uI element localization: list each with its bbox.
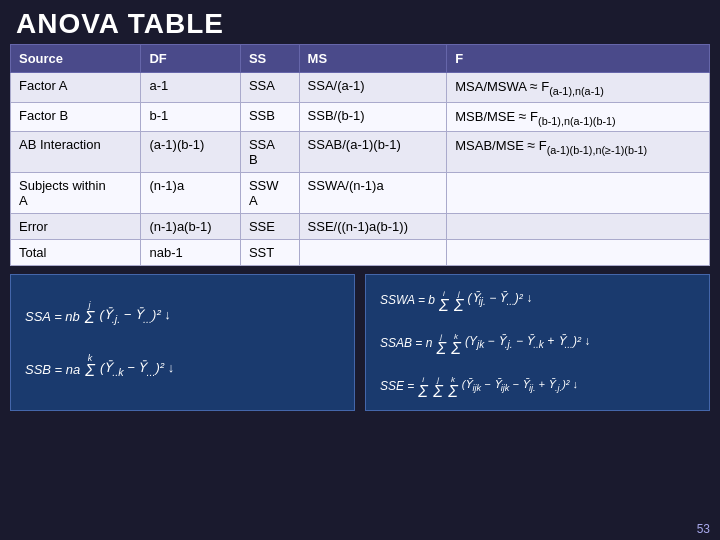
cell-df: b-1 [141, 102, 241, 132]
formula-sswa: SSWA = b i Σ j Σ (Ȳij. − Ȳ...)² ↓ SSAB =… [380, 285, 695, 400]
cell-f [447, 214, 710, 240]
cell-ms: SSB/(b-1) [299, 102, 447, 132]
cell-ss: SSB [240, 102, 299, 132]
cell-ms [299, 240, 447, 266]
formula-box-left: SSA = nb j Σ (Ȳ.j. − Ȳ...)² ↓ SSB = na k… [10, 274, 355, 411]
cell-f: MSAB/MSE ≈ F(a-1)(b-1),n(≥-1)(b-1) [447, 132, 710, 173]
cell-ss: SSAB [240, 132, 299, 173]
cell-df: nab-1 [141, 240, 241, 266]
cell-source: Factor A [11, 73, 141, 103]
table-row: Error (n-1)a(b-1) SSE SSE/((n-1)a(b-1)) [11, 214, 710, 240]
col-header-ss: SS [240, 45, 299, 73]
formula-ssa: SSA = nb j Σ (Ȳ.j. − Ȳ...)² ↓ SSB = na k… [25, 297, 340, 389]
formula-box-right: SSWA = b i Σ j Σ (Ȳij. − Ȳ...)² ↓ SSAB =… [365, 274, 710, 411]
cell-source: Subjects withinA [11, 173, 141, 214]
table-row: Factor B b-1 SSB SSB/(b-1) MSB/MSE ≈ F(b… [11, 102, 710, 132]
cell-ms: SSWA/(n-1)a [299, 173, 447, 214]
table-row: Factor A a-1 SSA SSA/(a-1) MSA/MSWA ≈ F(… [11, 73, 710, 103]
cell-ms: SSA/(a-1) [299, 73, 447, 103]
cell-source: Total [11, 240, 141, 266]
cell-source: Error [11, 214, 141, 240]
col-header-source: Source [11, 45, 141, 73]
page-title: ANOVA TABLE [0, 0, 720, 44]
cell-ss: SST [240, 240, 299, 266]
cell-ss: SSE [240, 214, 299, 240]
cell-f: MSA/MSWA ≈ F(a-1),n(a-1) [447, 73, 710, 103]
col-header-f: F [447, 45, 710, 73]
anova-table-container: Source DF SS MS F Factor A a-1 SSA SSA/(… [10, 44, 710, 266]
table-row: Total nab-1 SST [11, 240, 710, 266]
cell-ms: SSE/((n-1)a(b-1)) [299, 214, 447, 240]
page-number: 53 [697, 522, 710, 536]
cell-df: (n-1)a [141, 173, 241, 214]
table-row: AB Interaction (a-1)(b-1) SSAB SSAB/(a-1… [11, 132, 710, 173]
cell-source: AB Interaction [11, 132, 141, 173]
cell-df: a-1 [141, 73, 241, 103]
cell-f: MSB/MSE ≈ F(b-1),n(a-1)(b-1) [447, 102, 710, 132]
cell-df: (n-1)a(b-1) [141, 214, 241, 240]
cell-ss: SSA [240, 73, 299, 103]
bottom-formulas: SSA = nb j Σ (Ȳ.j. − Ȳ...)² ↓ SSB = na k… [10, 274, 710, 411]
col-header-df: DF [141, 45, 241, 73]
table-row: Subjects withinA (n-1)a SSWA SSWA/(n-1)a [11, 173, 710, 214]
cell-f [447, 240, 710, 266]
cell-df: (a-1)(b-1) [141, 132, 241, 173]
cell-ms: SSAB/(a-1)(b-1) [299, 132, 447, 173]
cell-ss: SSWA [240, 173, 299, 214]
anova-table: Source DF SS MS F Factor A a-1 SSA SSA/(… [10, 44, 710, 266]
cell-source: Factor B [11, 102, 141, 132]
col-header-ms: MS [299, 45, 447, 73]
cell-f [447, 173, 710, 214]
